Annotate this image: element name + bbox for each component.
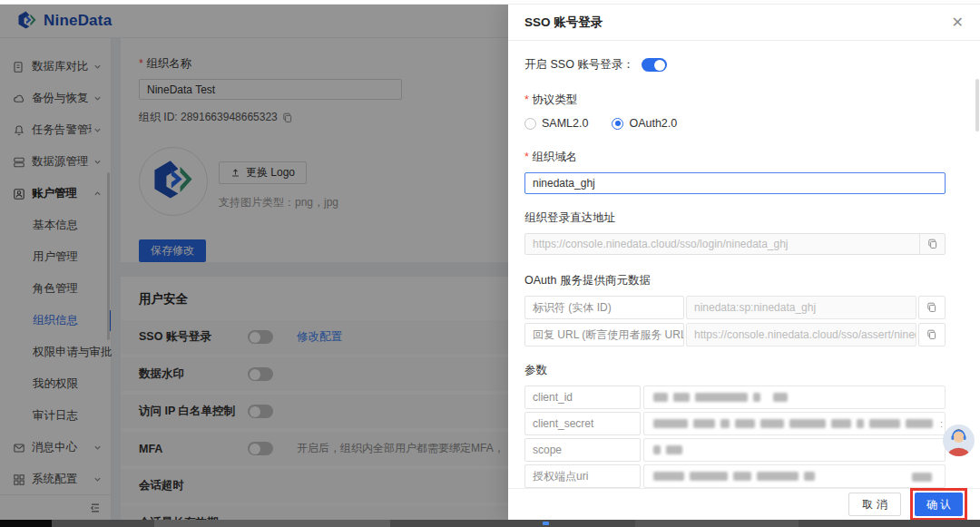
login-url-label: 组织登录直达地址 (524, 210, 946, 226)
redacted-value[interactable]: : (643, 412, 946, 435)
protocol-type-label: 协议类型 (524, 93, 946, 108)
copy-icon[interactable] (918, 296, 946, 319)
org-domain-input[interactable] (524, 172, 946, 194)
metadata-row-entity-id: 标识符 (实体 ID) ninedata:sp:ninedata_ghj (524, 296, 946, 319)
modal-dim-overlay[interactable] (0, 5, 508, 520)
copy-icon[interactable] (919, 234, 945, 254)
redacted-value[interactable] (643, 385, 946, 409)
enable-sso-toggle[interactable] (642, 58, 667, 72)
login-url-field: https://console.ninedata.cloud/sso/login… (524, 233, 946, 255)
redacted-value[interactable] (643, 438, 946, 462)
radio-saml[interactable]: SAML2.0 (524, 117, 588, 130)
drawer-scrollbar[interactable] (975, 79, 979, 260)
close-icon[interactable]: ✕ (952, 15, 964, 30)
radio-saml-circle[interactable] (524, 118, 536, 130)
params-label: 参数 (524, 363, 946, 378)
cancel-button[interactable]: 取 消 (848, 493, 900, 516)
param-row-client-secret: client_secret : (524, 412, 946, 435)
oauth-metadata-label: OAuth 服务提供商元数据 (524, 273, 946, 288)
param-row-auth-endpoint: 授权端点uri (524, 464, 946, 488)
app-window: NineData 数据库对比 (0, 0, 980, 527)
login-url-value: https://console.ninedata.cloud/sso/login… (525, 234, 919, 254)
metadata-row-reply-url: 回复 URL (断言使用者服务 URL) https://console.nin… (524, 323, 946, 346)
sso-drawer: SSO 账号登录 ✕ 开启 SSO 账号登录： 协议类型 SAML2.0 OAu… (508, 5, 980, 520)
radio-oauth-circle[interactable] (612, 118, 623, 130)
os-taskbar-edge (0, 520, 980, 527)
radio-oauth[interactable]: OAuth2.0 (612, 117, 677, 130)
drawer-body: 开启 SSO 账号登录： 协议类型 SAML2.0 OAuth2.0 组织域名 … (508, 41, 980, 488)
drawer-title: SSO 账号登录 (524, 15, 603, 31)
param-row-client-id: client_id (524, 385, 946, 409)
window-top-edge (0, 0, 980, 5)
org-domain-label: 组织域名 (524, 150, 946, 165)
drawer-footer: 取 消 确 认 (508, 488, 980, 520)
redacted-value[interactable] (643, 464, 946, 488)
drawer-header: SSO 账号登录 ✕ (508, 5, 980, 41)
red-annotation-box: 确 认 (910, 488, 967, 521)
enable-sso-label: 开启 SSO 账号登录： (524, 57, 634, 73)
support-avatar[interactable] (943, 425, 975, 456)
confirm-button[interactable]: 确 认 (915, 493, 963, 516)
copy-icon[interactable] (918, 323, 946, 346)
param-row-scope: scope (524, 438, 946, 462)
